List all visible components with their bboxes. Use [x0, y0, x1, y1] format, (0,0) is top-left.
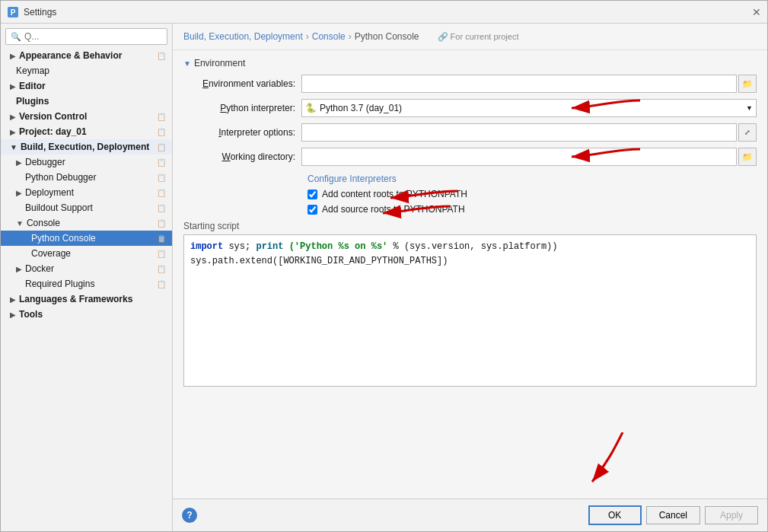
sidebar-item-docker[interactable]: ▶ Docker 📋 — [1, 261, 172, 276]
expand-icon: ▶ — [10, 311, 16, 319]
breadcrumb-build[interactable]: Build, Execution, Deployment — [183, 31, 303, 42]
script-string: ('Python %s on %s' — [289, 241, 388, 252]
interpreter-options-control: ⤢ — [301, 123, 757, 142]
sidebar-item-plugins[interactable]: Plugins — [1, 94, 172, 109]
env-variables-row: Environment variables: 📁 — [183, 75, 757, 93]
breadcrumb-console[interactable]: Console — [312, 31, 346, 42]
working-directory-row: Working directory: C:\Users\liuhuidong\P… — [183, 148, 757, 166]
breadcrumb-sep1: › — [306, 31, 309, 42]
search-box[interactable]: 🔍 — [5, 28, 167, 45]
copy-icon: 📋 — [157, 143, 166, 151]
interpreter-select-dropdown[interactable]: 🐍 Python 3.7 (day_01) ▼ — [301, 99, 757, 117]
breadcrumb-python-console: Python Console — [355, 31, 419, 42]
interpreter-selector[interactable]: 🐍 Python 3.7 (day_01) ▼ — [301, 99, 757, 117]
sidebar: 🔍 ▶ Appearance & Behavior 📋 Keymap ▶ Edi… — [1, 24, 173, 531]
interpreter-options-input[interactable] — [305, 127, 733, 138]
copy-icon: 📋 — [157, 280, 166, 288]
working-directory-browse-button[interactable]: 📁 — [738, 148, 757, 166]
title-bar-title: Settings — [24, 7, 752, 18]
close-button[interactable]: ✕ — [752, 6, 761, 18]
sidebar-item-languages[interactable]: ▶ Languages & Frameworks — [1, 291, 172, 307]
sidebar-item-python-debugger[interactable]: Python Debugger 📋 — [1, 170, 172, 185]
sidebar-item-label: Deployment — [25, 187, 74, 198]
add-content-roots-checkbox[interactable] — [308, 190, 317, 199]
expand-icon: ▶ — [10, 295, 16, 304]
dropdown-chevron: ▼ — [746, 104, 753, 112]
sidebar-item-label: Debugger — [25, 157, 65, 167]
search-icon: 🔍 — [11, 32, 21, 42]
add-source-roots-checkbox[interactable] — [308, 205, 317, 215]
python-interpreter-label: Python interpreter: — [183, 103, 301, 113]
sidebar-item-coverage[interactable]: Coverage 📋 — [1, 246, 172, 261]
env-variables-field[interactable] — [301, 75, 737, 93]
env-var-label-text: Environment variables: — [202, 78, 295, 89]
sidebar-item-deployment[interactable]: ▶ Deployment 📋 — [1, 185, 172, 200]
expand-icon: ▶ — [10, 52, 16, 60]
configure-interpreters-link[interactable]: Configure Interpreters — [183, 172, 757, 189]
script-keyword-import: import — [190, 241, 223, 252]
env-variables-input[interactable] — [305, 78, 733, 89]
apply-button[interactable]: Apply — [705, 506, 758, 524]
starting-script-section: Starting script import sys; print ('Pyth… — [183, 221, 757, 387]
expand-icon: ▶ — [16, 158, 22, 167]
project-link-icon: 🔗 — [438, 32, 448, 41]
working-directory-label: Working directory: — [183, 151, 301, 162]
expand-icon: ▶ — [10, 113, 16, 121]
environment-section-header: ▼ Environment — [183, 58, 757, 68]
copy-icon: 📋 — [157, 204, 166, 212]
sidebar-item-label: Python Console — [31, 233, 96, 244]
right-panel: Build, Execution, Deployment › Console ›… — [173, 24, 767, 531]
breadcrumb-sep2: › — [349, 31, 352, 42]
copy-icon: 📋 — [157, 219, 166, 228]
env-variables-browse-button[interactable]: 📁 — [738, 75, 757, 93]
title-bar: P Settings ✕ — [1, 1, 767, 24]
expand-icon: ▶ — [10, 128, 16, 136]
sidebar-item-debugger[interactable]: ▶ Debugger 📋 — [1, 155, 172, 170]
script-text-2: % (sys.version, sys.platform)) — [393, 241, 557, 252]
script-line-1: import sys; print ('Python %s on %s' % (… — [190, 240, 750, 254]
sidebar-item-label: Build, Execution, Deployment — [21, 142, 149, 152]
sidebar-item-appearance[interactable]: ▶ Appearance & Behavior 📋 — [1, 48, 172, 63]
add-source-roots-row: Add source roots to PYTHONPATH — [183, 204, 757, 215]
sidebar-item-tools[interactable]: ▶ Tools — [1, 307, 172, 322]
working-directory-input[interactable]: C:\Users\liuhuidong\PycharmProjects\day_… — [305, 151, 733, 162]
sidebar-item-label: Version Control — [19, 111, 87, 122]
python-interp-label-text: Python interpreter: — [220, 103, 295, 113]
interpreter-options-expand-button[interactable]: ⤢ — [738, 123, 757, 142]
breadcrumb-project-link[interactable]: 🔗 For current project — [438, 32, 519, 42]
bottom-left-area: ? — [182, 508, 584, 523]
copy-icon: 📋 — [157, 174, 166, 182]
sidebar-item-version-control[interactable]: ▶ Version Control 📋 — [1, 109, 172, 124]
sidebar-item-project[interactable]: ▶ Project: day_01 📋 — [1, 124, 172, 139]
ok-button[interactable]: OK — [588, 505, 642, 525]
add-source-roots-label[interactable]: Add source roots to PYTHONPATH — [322, 204, 465, 215]
sidebar-item-label: Required Plugins — [25, 279, 94, 289]
expand-icon: ▶ — [16, 265, 22, 273]
cancel-button[interactable]: Cancel — [646, 506, 700, 524]
sidebar-item-keymap[interactable]: Keymap — [1, 63, 172, 78]
section-triangle-icon: ▼ — [183, 59, 191, 68]
expand-icon: ▼ — [10, 143, 18, 151]
sidebar-item-python-console[interactable]: Python Console 📋 — [1, 231, 172, 246]
search-input[interactable] — [24, 31, 162, 42]
expand-icon: ▶ — [16, 189, 22, 197]
starting-script-label: Starting script — [183, 221, 757, 231]
interpreter-options-field[interactable] — [301, 123, 737, 142]
sidebar-item-console[interactable]: ▼ Console 📋 — [1, 215, 172, 231]
expand-icon: ▶ — [10, 82, 16, 91]
starting-script-editor[interactable]: import sys; print ('Python %s on %s' % (… — [183, 234, 757, 387]
interpreter-options-label: Interpreter options: — [183, 127, 301, 138]
sidebar-item-label: Docker — [25, 263, 54, 274]
script-function-print: print — [256, 241, 283, 252]
sidebar-item-build[interactable]: ▼ Build, Execution, Deployment 📋 — [1, 139, 172, 155]
help-button[interactable]: ? — [182, 508, 197, 523]
python-interpreter-row: Python interpreter: 🐍 Python 3.7 (day_01… — [183, 99, 757, 117]
sidebar-item-label: Plugins — [16, 96, 49, 107]
main-content: 🔍 ▶ Appearance & Behavior 📋 Keymap ▶ Edi… — [1, 24, 767, 531]
sidebar-item-editor[interactable]: ▶ Editor — [1, 78, 172, 94]
sidebar-item-required-plugins[interactable]: Required Plugins 📋 — [1, 276, 172, 291]
add-content-roots-label[interactable]: Add content roots to PYTHONPATH — [322, 189, 467, 199]
sidebar-item-buildout[interactable]: Buildout Support 📋 — [1, 200, 172, 215]
python-icon: 🐍 — [305, 103, 317, 113]
working-directory-field[interactable]: C:\Users\liuhuidong\PycharmProjects\day_… — [301, 148, 737, 166]
